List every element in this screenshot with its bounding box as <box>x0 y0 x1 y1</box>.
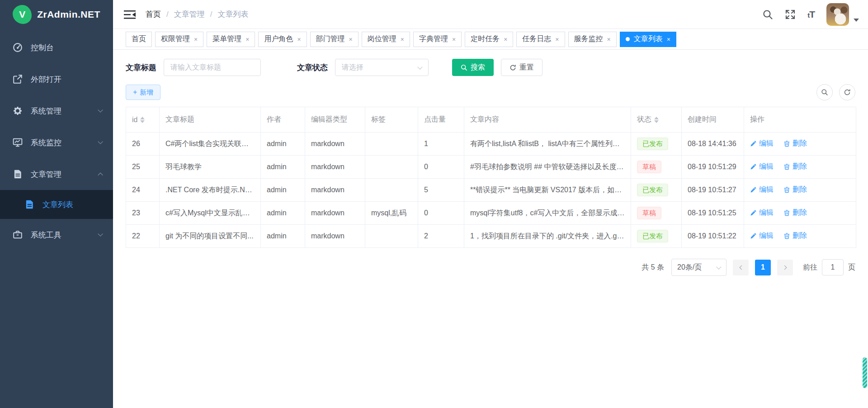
cell-content: #羽毛球拍参数说明 ## 中管软硬选择以及长度介... <box>464 156 631 179</box>
search-button[interactable]: 搜索 <box>452 59 494 76</box>
column-header-created: 创建时间 <box>682 107 744 133</box>
user-avatar[interactable] <box>826 3 849 26</box>
column-header-clicks: 点击量 <box>418 107 464 133</box>
table-toolbar: + 新增 <box>126 84 855 100</box>
tab-定时任务[interactable]: 定时任务× <box>465 32 513 47</box>
delete-icon <box>783 209 790 216</box>
cell-author: admin <box>261 202 305 225</box>
sidebar-item-system-manage[interactable]: 系统管理 <box>0 95 113 127</box>
tab-label: 部门管理 <box>316 34 345 44</box>
tab-菜单管理[interactable]: 菜单管理× <box>207 32 255 47</box>
document-icon <box>13 169 23 179</box>
sidebar-item-system-monitor[interactable]: 系统监控 <box>0 127 113 158</box>
logo-icon: V <box>13 5 32 24</box>
breadcrumb-separator: / <box>210 10 212 19</box>
cell-author: admin <box>261 133 305 156</box>
breadcrumb-separator: / <box>166 10 169 19</box>
page-content: 文章标题 文章状态 请选择 搜索 重置 <box>113 50 868 408</box>
article-title-input[interactable] <box>164 59 261 76</box>
goto-page-input[interactable] <box>822 259 844 275</box>
page-size-select[interactable]: 20条/页 <box>671 259 726 276</box>
sidebar-item-label: 文章管理 <box>31 169 99 180</box>
table-header-row: id 文章标题 作者 编辑器类型 标签 点击量 文章内容 状态 <box>126 107 856 133</box>
breadcrumb-home[interactable]: 首页 <box>146 9 161 19</box>
scrollbar-thumb[interactable] <box>863 357 867 388</box>
article-status-select[interactable]: 请选择 <box>335 59 429 76</box>
column-header-status[interactable]: 状态 <box>631 107 682 133</box>
tab-岗位管理[interactable]: 岗位管理× <box>362 32 410 47</box>
delete-button[interactable]: 删除 <box>783 231 807 241</box>
tab-文章列表[interactable]: 文章列表× <box>620 32 676 47</box>
column-header-content: 文章内容 <box>464 107 631 133</box>
tab-bar: 首页权限管理×菜单管理×用户角色×部门管理×岗位管理×字典管理×定时任务×任务日… <box>113 29 868 50</box>
sidebar-item-external-open[interactable]: 外部打开 <box>0 63 113 95</box>
tab-服务监控[interactable]: 服务监控× <box>568 32 617 47</box>
delete-button[interactable]: 删除 <box>783 162 807 171</box>
reset-button[interactable]: 重置 <box>501 59 542 76</box>
cell-title: c#写入Mysql中文显示乱码 ... <box>160 202 261 225</box>
cell-title: git 为不同的项目设置不同... <box>160 225 261 248</box>
fullscreen-icon[interactable] <box>785 9 796 20</box>
close-icon[interactable]: × <box>607 36 611 43</box>
close-icon[interactable]: × <box>452 36 456 43</box>
delete-icon <box>783 163 790 170</box>
sidebar-item-article-manage[interactable]: 文章管理 <box>0 158 113 190</box>
table-row: 22git 为不同的项目设置不同...adminmarkdown21，找到项目所… <box>126 225 856 248</box>
page-number-current[interactable]: 1 <box>755 260 771 275</box>
user-menu[interactable] <box>826 3 859 26</box>
delete-button[interactable]: 删除 <box>783 185 807 195</box>
delete-button[interactable]: 删除 <box>783 139 807 148</box>
close-icon[interactable]: × <box>401 36 404 43</box>
edit-button[interactable]: 编辑 <box>750 185 774 195</box>
prev-page-button[interactable] <box>733 260 749 275</box>
add-button[interactable]: + 新增 <box>126 85 160 100</box>
show-search-toggle-button[interactable] <box>816 84 833 100</box>
edit-button[interactable]: 编辑 <box>750 208 774 218</box>
sidebar-collapse-icon[interactable] <box>124 9 136 19</box>
column-header-id[interactable]: id <box>126 107 160 133</box>
sidebar-item-label: 系统监控 <box>31 138 99 148</box>
pagination: 共 5 条 20条/页 1 前往 页 <box>126 259 855 276</box>
edit-button[interactable]: 编辑 <box>750 139 774 148</box>
close-icon[interactable]: × <box>194 36 198 43</box>
font-size-icon[interactable]: tT <box>807 9 815 20</box>
sidebar-item-system-tools[interactable]: 系统工具 <box>0 219 113 251</box>
select-placeholder: 请选择 <box>342 63 363 72</box>
tab-任务日志[interactable]: 任务日志× <box>516 32 565 47</box>
tab-权限管理[interactable]: 权限管理× <box>155 32 203 47</box>
close-icon[interactable]: × <box>245 36 249 43</box>
table-row: 23c#写入Mysql中文显示乱码 ...adminmarkdownmysql,… <box>126 202 856 225</box>
close-icon[interactable]: × <box>349 36 353 43</box>
close-icon[interactable]: × <box>504 36 507 43</box>
search-icon[interactable] <box>762 9 773 20</box>
delete-button[interactable]: 删除 <box>783 208 807 218</box>
app-root: V ZrAdmin.NET 控制台 外部打开 系统管理 <box>0 0 868 408</box>
tab-首页[interactable]: 首页 <box>126 32 152 47</box>
cell-author: admin <box>261 156 305 179</box>
edit-button[interactable]: 编辑 <box>750 162 774 171</box>
sidebar-item-article-list[interactable]: 文章列表 <box>0 190 113 219</box>
tab-用户角色[interactable]: 用户角色× <box>258 32 307 47</box>
sidebar-item-dashboard[interactable]: 控制台 <box>0 32 113 63</box>
close-icon[interactable]: × <box>667 36 670 43</box>
cell-operations: 编辑删除 <box>744 156 856 179</box>
tab-label: 菜单管理 <box>212 34 241 44</box>
close-icon[interactable]: × <box>555 36 559 43</box>
edit-button[interactable]: 编辑 <box>750 231 774 241</box>
cell-created-time: 08-19 10:51:25 <box>682 202 744 225</box>
sidebar-submenu-article: 文章列表 <box>0 190 113 219</box>
refresh-table-button[interactable] <box>839 84 855 100</box>
app-logo[interactable]: V ZrAdmin.NET <box>0 0 113 29</box>
chevron-left-icon <box>739 265 744 270</box>
next-page-button[interactable] <box>777 260 793 275</box>
breadcrumb-article-manage[interactable]: 文章管理 <box>174 9 205 19</box>
article-title-label: 文章标题 <box>126 62 156 73</box>
close-icon[interactable]: × <box>297 36 301 43</box>
tab-字典管理[interactable]: 字典管理× <box>413 32 462 47</box>
tab-部门管理[interactable]: 部门管理× <box>310 32 359 47</box>
cell-clicks: 0 <box>418 202 464 225</box>
cell-author: admin <box>261 179 305 202</box>
chevron-up-icon <box>98 172 103 178</box>
cell-content: mysql字符集utf8，c#写入中文后，全部显示成? ... <box>464 202 631 225</box>
column-header-tags: 标签 <box>365 107 418 133</box>
